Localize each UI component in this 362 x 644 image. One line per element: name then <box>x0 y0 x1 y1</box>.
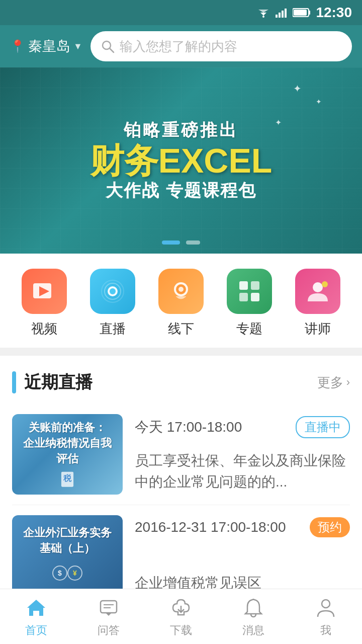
thumb-icon-2: $ ¥ <box>50 560 85 586</box>
live-time-row-1: 今天 17:00-18:00 直播中 <box>135 416 350 438</box>
svg-point-39 <box>322 600 330 608</box>
thumb-text-1: 关账前的准备： 企业纳税情况自我评估 <box>18 420 117 466</box>
category-item-teacher[interactable]: 讲师 <box>295 269 340 338</box>
banner-title: 财务EXCEL <box>90 142 273 180</box>
banner-dot-1[interactable] <box>162 240 180 245</box>
category-label-teacher: 讲师 <box>305 320 331 338</box>
svg-rect-8 <box>309 11 310 15</box>
home-icon <box>24 596 48 620</box>
nav-home-label: 首页 <box>25 623 47 638</box>
svg-rect-25 <box>251 293 259 301</box>
live-badge-2[interactable]: 预约 <box>310 517 350 537</box>
section-title: 近期直播 <box>24 371 93 394</box>
nav-qa[interactable]: 问答 <box>72 591 145 643</box>
live-info-1: 今天 17:00-18:00 直播中 员工享受社保、年金以及商业保险中的企业常见… <box>135 414 350 495</box>
live-info-2: 2016-12-31 17:00-18:00 预约 企业增值税常见误区 <box>135 515 350 596</box>
nav-message[interactable]: 消息 <box>217 591 290 643</box>
svg-rect-22 <box>239 281 248 290</box>
status-bar: 12:30 <box>0 0 362 25</box>
live-thumbnail-1: 关账前的准备： 企业纳税情况自我评估 税 <box>12 414 123 495</box>
svg-marker-37 <box>106 613 112 616</box>
live-time-2: 2016-12-31 17:00-18:00 <box>135 519 286 535</box>
section-divider <box>0 348 362 356</box>
live-section: 近期直播 更多 › 关账前的准备： 企业纳税情况自我评估 税 <box>0 356 362 606</box>
category-label-offline: 线下 <box>168 320 194 338</box>
bell-icon <box>241 596 265 620</box>
nav-me[interactable]: 我 <box>290 591 362 643</box>
section-header: 近期直播 更多 › <box>12 356 350 404</box>
svg-rect-23 <box>251 281 259 290</box>
live-icon-bg <box>90 269 135 314</box>
category-grid: 视频 直播 <box>0 269 362 338</box>
svg-point-21 <box>178 287 184 292</box>
svg-point-15 <box>110 288 116 294</box>
wifi-icon <box>256 8 270 18</box>
nav-home[interactable]: 首页 <box>0 591 72 643</box>
live-time-1: 今天 17:00-18:00 <box>135 418 242 437</box>
video-icon-bg <box>22 269 67 314</box>
nav-download[interactable]: 下载 <box>145 591 217 643</box>
user-icon <box>314 596 338 620</box>
location-icon: 📍 <box>10 39 25 53</box>
live-thumbnail-2: 企业外汇业务实务基础（上） $ ¥ <box>12 515 123 596</box>
category-label-video: 视频 <box>31 320 57 338</box>
nav-message-label: 消息 <box>242 623 264 638</box>
location-selector[interactable]: 📍 秦皇岛 ▼ <box>10 37 82 56</box>
search-icon <box>101 39 115 53</box>
header: 📍 秦皇岛 ▼ 输入您想了解的内容 <box>0 25 362 67</box>
sparkle-icon-3: ✦ <box>275 118 282 127</box>
svg-point-2 <box>262 16 264 18</box>
nav-me-label: 我 <box>320 623 331 638</box>
sparkle-icon: ✦ <box>293 83 302 95</box>
battery-icon <box>293 8 311 18</box>
banner-dots <box>162 240 200 245</box>
live-desc-1: 员工享受社保、年金以及商业保险中的企业常见问题的的... <box>135 450 350 493</box>
offline-icon <box>168 278 194 304</box>
banner-dot-2[interactable] <box>186 240 200 245</box>
svg-rect-24 <box>239 293 248 301</box>
thumb-text-2: 企业外汇业务实务基础（上） <box>18 525 117 556</box>
svg-point-27 <box>322 281 328 287</box>
category-section: 视频 直播 <box>0 254 362 348</box>
section-accent <box>12 371 16 393</box>
banner-subtitle: 铂略重磅推出 <box>90 119 273 142</box>
live-time-row-2: 2016-12-31 17:00-18:00 预约 <box>135 517 350 537</box>
search-placeholder: 输入您想了解的内容 <box>120 38 237 55</box>
svg-marker-0 <box>260 13 266 16</box>
svg-rect-3 <box>276 15 278 18</box>
svg-rect-6 <box>285 9 287 18</box>
svg-text:¥: ¥ <box>73 569 77 577</box>
banner-desc: 大作战 专题课程包 <box>90 179 273 202</box>
more-link[interactable]: 更多 › <box>317 374 350 391</box>
search-bar[interactable]: 输入您想了解的内容 <box>90 31 352 61</box>
svg-rect-4 <box>279 13 281 18</box>
category-item-offline[interactable]: 线下 <box>158 269 204 338</box>
video-icon <box>31 278 57 304</box>
category-label-live: 直播 <box>100 320 126 338</box>
category-item-video[interactable]: 视频 <box>22 269 67 338</box>
svg-text:$: $ <box>58 569 62 577</box>
live-badge-1[interactable]: 直播中 <box>296 416 350 438</box>
live-icon <box>100 278 126 304</box>
banner[interactable]: ✦ ✦ ✦ 铂略重磅推出 财务EXCEL 大作战 专题课程包 <box>0 67 362 254</box>
live-card-1[interactable]: 关账前的准备： 企业纳税情况自我评估 税 今天 17:00-18:00 直播中 … <box>12 404 350 505</box>
qa-icon <box>97 596 121 620</box>
sparkle-icon-2: ✦ <box>316 98 322 106</box>
section-title-wrapper: 近期直播 <box>12 371 93 394</box>
signal-icon <box>276 8 288 18</box>
svg-rect-9 <box>294 10 307 16</box>
svg-point-26 <box>313 282 323 292</box>
category-label-topic: 专题 <box>236 320 262 338</box>
category-item-live[interactable]: 直播 <box>90 269 135 338</box>
svg-text:税: 税 <box>63 474 72 483</box>
nav-download-label: 下载 <box>170 623 192 638</box>
nav-qa-label: 问答 <box>98 623 120 638</box>
teacher-icon <box>305 278 331 304</box>
svg-rect-5 <box>282 11 284 18</box>
svg-line-11 <box>110 48 114 52</box>
category-item-topic[interactable]: 专题 <box>227 269 272 338</box>
thumb-icon-1: 税 <box>55 470 80 489</box>
bottom-nav: 首页 问答 下载 消息 <box>0 589 362 644</box>
svg-rect-34 <box>101 601 117 613</box>
more-label: 更多 <box>317 374 343 391</box>
